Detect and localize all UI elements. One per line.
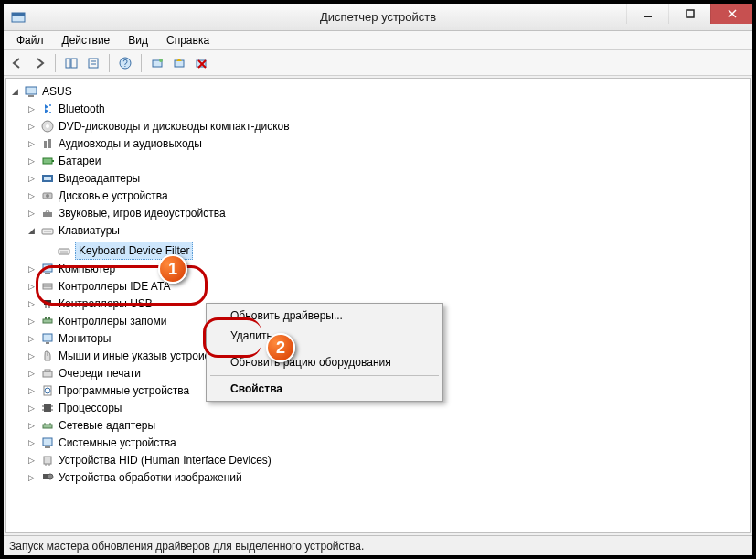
- expand-icon[interactable]: ▷: [27, 296, 37, 312]
- tree-item[interactable]: ▷Батареи: [25, 153, 102, 169]
- uninstall-button[interactable]: [191, 53, 211, 73]
- category-icon: [40, 154, 55, 168]
- svg-rect-28: [52, 160, 54, 162]
- svg-rect-27: [43, 158, 52, 164]
- tree-item-label: Мыши и иные указыв устроиства: [59, 348, 227, 364]
- tree-item-label: Звуковые, игров идеоустройства: [59, 205, 226, 221]
- expand-icon[interactable]: ▷: [27, 435, 37, 451]
- svg-rect-52: [45, 370, 50, 371]
- expand-icon[interactable]: ▷: [27, 153, 37, 169]
- svg-point-32: [46, 194, 49, 198]
- context-separator: [210, 375, 439, 376]
- back-button[interactable]: [7, 53, 27, 73]
- svg-rect-45: [43, 319, 52, 323]
- category-icon: [40, 418, 55, 433]
- tree-item[interactable]: ▷Очереди печати: [25, 365, 143, 382]
- menu-help[interactable]: Справка: [157, 32, 218, 48]
- scan-hardware-button[interactable]: [147, 53, 167, 73]
- expand-icon[interactable]: ▷: [27, 170, 37, 187]
- tree-item[interactable]: ▷Устройства обработки изображений: [25, 469, 244, 486]
- menu-bar: Файл Действие Вид Справка: [4, 31, 752, 50]
- expand-icon[interactable]: ▷: [27, 278, 37, 295]
- tree-item[interactable]: ▷Аудиовходы и аудиовыходы: [25, 135, 204, 152]
- context-menu: Обновить драйверы... Удалить Обновить ра…: [206, 303, 443, 402]
- minimize-button[interactable]: [626, 4, 668, 24]
- tree-item[interactable]: ▷Мыши и иные указыв устроиства: [25, 348, 229, 364]
- tree-item[interactable]: ▷Видеоадаптеры: [25, 170, 142, 187]
- svg-point-22: [49, 112, 51, 113]
- show-hide-tree-button[interactable]: [61, 53, 81, 73]
- category-icon: [40, 366, 55, 381]
- tree-item[interactable]: ▷Программные устройства: [25, 382, 191, 399]
- svg-rect-47: [48, 317, 50, 319]
- expand-icon[interactable]: ▷: [27, 400, 37, 416]
- context-scan-hardware[interactable]: Обновить рацию оборудования: [208, 352, 441, 372]
- tree-item-label: Мониторы: [59, 330, 111, 347]
- collapse-icon[interactable]: ◢: [27, 222, 37, 239]
- toolbar-separator: [141, 54, 142, 72]
- context-update-drivers[interactable]: Обновить драйверы...: [208, 306, 441, 326]
- tree-item[interactable]: ▷Компьютер: [25, 261, 117, 277]
- tree-item[interactable]: ▷Звуковые, игров идеоустройства: [25, 205, 228, 221]
- tree-item-label: Дисковые устройства: [59, 188, 168, 204]
- svg-rect-60: [43, 425, 52, 428]
- expand-icon[interactable]: ▷: [27, 382, 37, 399]
- expand-icon[interactable]: ▷: [27, 101, 37, 117]
- tree-item-label: Системные устройства: [59, 435, 176, 451]
- category-icon: [40, 102, 55, 116]
- tree-item[interactable]: ▷Процессоры: [25, 400, 124, 416]
- expand-icon[interactable]: ▷: [27, 417, 37, 434]
- context-separator: [210, 349, 439, 349]
- tree-item[interactable]: ▷Контроллеры USB: [25, 296, 154, 312]
- tree-item[interactable]: ▷Устройства HID (Human Interface Devices…: [25, 452, 273, 468]
- expand-icon[interactable]: ▷: [27, 188, 37, 204]
- expand-icon[interactable]: ▷: [27, 452, 37, 468]
- svg-point-21: [49, 104, 51, 106]
- update-driver-button[interactable]: [169, 53, 189, 73]
- expand-icon[interactable]: ▷: [27, 365, 37, 382]
- tree-item[interactable]: ▷Контроллеры запоми: [25, 313, 168, 329]
- expand-icon[interactable]: ▷: [27, 330, 37, 347]
- expand-icon[interactable]: ▷: [27, 135, 37, 152]
- svg-rect-51: [43, 371, 52, 377]
- properties-button[interactable]: [83, 53, 103, 73]
- svg-rect-15: [175, 60, 184, 67]
- tree-item-label: Устройства HID (Human Interface Devices): [59, 452, 272, 468]
- computer-icon: [24, 84, 38, 99]
- menu-view[interactable]: Вид: [119, 32, 157, 48]
- category-icon: [40, 401, 55, 415]
- tree-item-child[interactable]: Keyboard Device Filter: [41, 242, 195, 260]
- svg-point-24: [46, 124, 49, 128]
- svg-rect-6: [66, 59, 70, 68]
- context-properties[interactable]: Свойства: [208, 379, 441, 399]
- tree-item[interactable]: ▷Bluetooth: [25, 101, 107, 117]
- expand-icon[interactable]: ▷: [27, 469, 37, 486]
- tree-item[interactable]: ▷Контроллеры IDE ATA: [25, 278, 172, 295]
- toolbar-separator: [55, 54, 56, 72]
- menu-action[interactable]: Действие: [53, 32, 120, 48]
- tree-item[interactable]: ▷DVD-дисководы и дисководы компакт-диско…: [25, 118, 292, 134]
- forward-button[interactable]: [29, 53, 49, 73]
- title-bar: Диспетчер устройств: [4, 4, 752, 31]
- context-delete[interactable]: Удалить: [208, 326, 441, 346]
- expand-icon[interactable]: ▷: [27, 348, 37, 364]
- svg-rect-25: [44, 141, 47, 148]
- close-button[interactable]: [710, 4, 752, 24]
- expand-icon[interactable]: ▷: [27, 118, 37, 134]
- expand-icon[interactable]: ▷: [27, 205, 37, 221]
- category-icon: [40, 279, 55, 294]
- tree-item[interactable]: ▷Мониторы: [25, 330, 112, 347]
- tree-item-label: Видеоадаптеры: [59, 170, 140, 187]
- maximize-button[interactable]: [668, 4, 710, 24]
- tree-item[interactable]: ◢Клавиатуры: [25, 222, 122, 239]
- tree-item-label: Контроллеры запоми: [59, 313, 166, 329]
- tree-root[interactable]: ◢ ASUS: [8, 83, 74, 100]
- expand-icon[interactable]: ▷: [27, 261, 37, 277]
- expand-icon[interactable]: ▷: [27, 313, 37, 329]
- status-bar: Запуск мастера обновления драйверов для …: [4, 535, 752, 555]
- help-button[interactable]: ?: [115, 53, 135, 73]
- tree-item[interactable]: ▷Системные устройства: [25, 435, 178, 451]
- tree-item[interactable]: ▷Сетевые адаптеры: [25, 417, 157, 434]
- menu-file[interactable]: Файл: [7, 32, 53, 48]
- tree-item[interactable]: ▷Дисковые устройства: [25, 188, 170, 204]
